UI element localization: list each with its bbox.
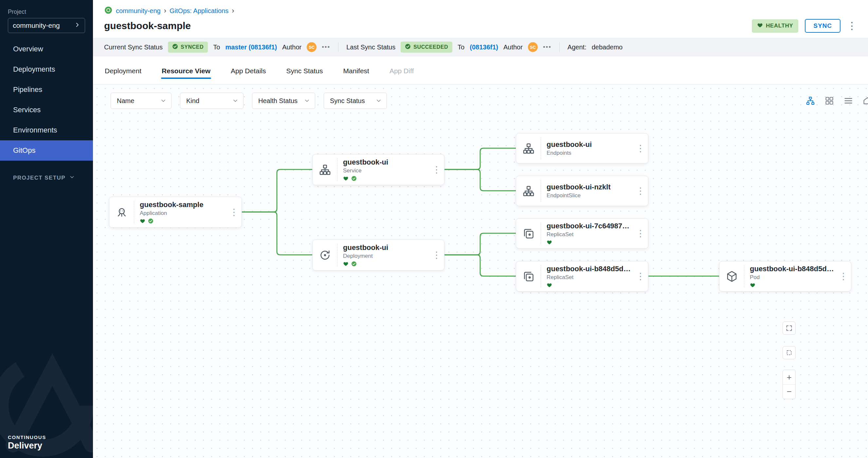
app-tabs: Deployment Resource View App Details Syn… bbox=[93, 56, 868, 85]
synced-check-icon bbox=[351, 261, 357, 267]
sidebar-item-label: GitOps bbox=[13, 146, 35, 155]
node-kind: EndpointSlice bbox=[547, 192, 633, 199]
node-kind: ReplicaSet bbox=[547, 231, 633, 238]
project-selector[interactable]: community-eng bbox=[8, 18, 85, 33]
sidebar-item-environments[interactable]: Environments bbox=[0, 120, 93, 140]
synced-badge: SYNCED bbox=[168, 41, 208, 53]
node-menu-kebab-icon[interactable]: ⋮ bbox=[429, 240, 444, 270]
sidebar-item-pipelines[interactable]: Pipelines bbox=[0, 79, 93, 100]
node-status bbox=[343, 176, 429, 181]
chevron-right-icon bbox=[74, 22, 80, 29]
node-name: guestbook-ui-b848d5d9d bbox=[547, 265, 633, 273]
node-menu-kebab-icon[interactable]: ⋮ bbox=[633, 176, 648, 206]
tab-resource-view[interactable]: Resource View bbox=[161, 67, 211, 84]
health-badge-label: HEALTHY bbox=[766, 23, 793, 29]
node-replicaset-guestbook-ui-b848d5d9d[interactable]: guestbook-ui-b848d5d9d ReplicaSet ⋮ bbox=[516, 261, 648, 292]
node-menu-kebab-icon[interactable]: ⋮ bbox=[226, 197, 242, 227]
service-icon bbox=[313, 158, 337, 181]
project-label: Project bbox=[8, 8, 85, 15]
zoom-out-button[interactable]: − bbox=[783, 384, 795, 399]
tab-manifest[interactable]: Manifest bbox=[343, 67, 370, 84]
sidebar-item-label: Environments bbox=[13, 126, 57, 134]
node-pod-guestbook-ui-b848d5d9[interactable]: guestbook-ui-b848d5d9… Pod ⋮ bbox=[719, 261, 851, 292]
sidebar-nav: Overview Deployments Pipelines Services … bbox=[0, 39, 93, 161]
node-name: guestbook-sample bbox=[140, 200, 226, 209]
sync-status-bar: Current Sync Status SYNCED To master (08… bbox=[93, 38, 868, 56]
node-name: guestbook-ui bbox=[343, 158, 429, 166]
node-status bbox=[343, 261, 429, 267]
synced-check-icon bbox=[351, 176, 357, 181]
more-dots-icon[interactable]: ••• bbox=[322, 43, 330, 51]
sidebar-item-deployments[interactable]: Deployments bbox=[0, 59, 93, 79]
sidebar-item-overview[interactable]: Overview bbox=[0, 39, 93, 59]
healthy-heart-icon bbox=[547, 239, 552, 245]
gitops-app-icon bbox=[104, 6, 113, 16]
node-application-guestbook-sample[interactable]: guestbook-sample Application ⋮ bbox=[109, 197, 242, 228]
fit-view-button[interactable] bbox=[782, 346, 796, 359]
node-name: guestbook-ui-nzklt bbox=[547, 183, 633, 191]
endpointslice-icon bbox=[516, 180, 541, 202]
sidebar-item-label: Overview bbox=[13, 45, 43, 53]
tab-sync-status[interactable]: Sync Status bbox=[285, 67, 323, 84]
node-menu-kebab-icon[interactable]: ⋮ bbox=[633, 261, 648, 291]
healthy-heart-icon bbox=[750, 282, 755, 288]
author-avatar: SC bbox=[528, 42, 538, 52]
fullscreen-button[interactable] bbox=[782, 322, 796, 335]
module-brand-delivery: Delivery bbox=[8, 441, 46, 451]
resource-tree-canvas[interactable]: Name Kind Health Status Sync Status bbox=[93, 85, 868, 458]
node-deployment-guestbook-ui[interactable]: guestbook-ui Deployment ⋮ bbox=[312, 239, 444, 270]
node-name: guestbook-ui-7c64987dc9 bbox=[547, 222, 633, 230]
heart-icon bbox=[757, 22, 763, 30]
node-menu-kebab-icon[interactable]: ⋮ bbox=[836, 261, 851, 291]
more-dots-icon[interactable]: ••• bbox=[543, 43, 552, 51]
sync-button[interactable]: SYNC bbox=[805, 19, 840, 33]
project-selector-value: community-eng bbox=[13, 22, 60, 29]
node-menu-kebab-icon[interactable]: ⋮ bbox=[633, 133, 648, 163]
to-label: To bbox=[213, 43, 220, 51]
node-kind: Pod bbox=[750, 274, 836, 281]
node-menu-kebab-icon[interactable]: ⋮ bbox=[633, 219, 648, 248]
tab-app-diff[interactable]: App Diff bbox=[389, 67, 414, 84]
header-menu-kebab-icon[interactable]: ⋮ bbox=[847, 21, 857, 31]
succeeded-badge-label: SUCCEEDED bbox=[413, 44, 448, 50]
sidebar-item-label: Pipelines bbox=[13, 86, 42, 94]
endpoints-icon bbox=[516, 137, 541, 159]
sidebar: Project community-eng Overview Deploymen… bbox=[0, 0, 93, 458]
synced-check-icon bbox=[148, 218, 154, 224]
agent-label: Agent: bbox=[567, 43, 587, 51]
tab-app-details[interactable]: App Details bbox=[230, 67, 267, 84]
zoom-in-button[interactable]: + bbox=[783, 370, 795, 384]
last-revision-link[interactable]: (08136f1) bbox=[470, 43, 498, 51]
sidebar-item-gitops[interactable]: GitOps bbox=[0, 140, 93, 161]
synced-badge-label: SYNCED bbox=[181, 44, 204, 50]
node-status bbox=[140, 218, 226, 224]
header-actions: HEALTHY SYNC ⋮ bbox=[752, 19, 857, 33]
check-circle-icon bbox=[405, 43, 411, 51]
node-name: guestbook-ui bbox=[343, 243, 429, 252]
tab-deployment[interactable]: Deployment bbox=[104, 67, 142, 84]
node-service-guestbook-ui[interactable]: guestbook-ui Service ⋮ bbox=[312, 154, 444, 185]
breadcrumb-project-link[interactable]: community-eng bbox=[116, 7, 161, 15]
project-setup-label: PROJECT SETUP bbox=[13, 175, 65, 181]
replicaset-icon bbox=[516, 265, 541, 287]
succeeded-badge: SUCCEEDED bbox=[401, 41, 452, 53]
healthy-heart-icon bbox=[547, 282, 552, 288]
page-header: community-eng › GitOps: Applications › g… bbox=[93, 0, 868, 38]
node-replicaset-guestbook-ui-7c64987dc9[interactable]: guestbook-ui-7c64987dc9 ReplicaSet ⋮ bbox=[516, 218, 648, 249]
node-endpoints-guestbook-ui[interactable]: guestbook-ui Endpoints ⋮ bbox=[516, 133, 648, 164]
node-endpointslice-guestbook-ui-nzklt[interactable]: guestbook-ui-nzklt EndpointSlice ⋮ bbox=[516, 176, 648, 206]
sidebar-item-label: Services bbox=[13, 106, 40, 114]
sidebar-item-services[interactable]: Services bbox=[0, 100, 93, 120]
current-revision-link[interactable]: master (08136f1) bbox=[225, 43, 277, 51]
project-setup-toggle[interactable]: PROJECT SETUP bbox=[0, 174, 93, 181]
node-kind: Application bbox=[140, 210, 226, 217]
breadcrumb-applications-link[interactable]: GitOps: Applications bbox=[169, 7, 228, 15]
node-name: guestbook-ui bbox=[547, 140, 633, 149]
author-label: Author bbox=[503, 43, 523, 51]
author-label: Author bbox=[282, 43, 302, 51]
fullscreen-icon bbox=[785, 325, 793, 332]
page-title: guestbook-sample bbox=[104, 20, 191, 31]
node-status bbox=[547, 282, 633, 288]
deployment-icon bbox=[313, 244, 337, 266]
node-menu-kebab-icon[interactable]: ⋮ bbox=[429, 155, 444, 185]
